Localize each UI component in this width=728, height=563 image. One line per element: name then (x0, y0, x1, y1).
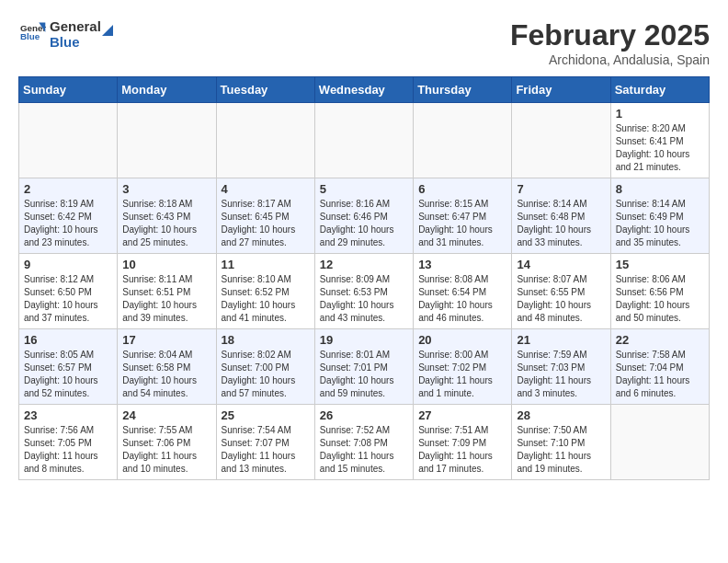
day-info: Sunrise: 7:52 AM Sunset: 7:08 PM Dayligh… (320, 424, 408, 476)
month-title: February 2025 (510, 18, 710, 52)
day-info: Sunrise: 8:00 AM Sunset: 7:02 PM Dayligh… (418, 349, 506, 400)
day-info: Sunrise: 8:14 AM Sunset: 6:49 PM Dayligh… (616, 198, 704, 249)
day-info: Sunrise: 8:15 AM Sunset: 6:47 PM Dayligh… (418, 198, 506, 249)
title-area: February 2025 Archidona, Andalusia, Spai… (510, 18, 710, 67)
day-number: 12 (320, 258, 408, 271)
calendar-day-cell: 7Sunrise: 8:14 AM Sunset: 6:48 PM Daylig… (512, 178, 610, 254)
header: General Blue General Blue February 2025 … (18, 18, 710, 67)
day-info: Sunrise: 7:56 AM Sunset: 7:05 PM Dayligh… (24, 424, 112, 476)
calendar-empty-cell (118, 103, 216, 178)
day-info: Sunrise: 7:50 AM Sunset: 7:10 PM Dayligh… (517, 424, 605, 476)
calendar-week-row: 1Sunrise: 8:20 AM Sunset: 6:41 PM Daylig… (19, 103, 710, 178)
weekday-header: Friday (512, 77, 610, 103)
day-number: 25 (222, 408, 310, 422)
day-info: Sunrise: 8:19 AM Sunset: 6:42 PM Dayligh… (24, 198, 112, 249)
logo-general: General (50, 18, 101, 34)
day-number: 2 (24, 182, 112, 196)
calendar-day-cell: 28Sunrise: 7:50 AM Sunset: 7:10 PM Dayli… (512, 405, 610, 480)
day-number: 23 (24, 408, 112, 422)
day-number: 1 (616, 107, 704, 121)
day-info: Sunrise: 8:02 AM Sunset: 7:00 PM Dayligh… (222, 349, 310, 400)
calendar-day-cell: 3Sunrise: 8:18 AM Sunset: 6:43 PM Daylig… (118, 178, 216, 254)
day-info: Sunrise: 7:55 AM Sunset: 7:06 PM Dayligh… (122, 424, 210, 476)
calendar-empty-cell (414, 103, 512, 178)
calendar-day-cell: 10Sunrise: 8:11 AM Sunset: 6:51 PM Dayli… (118, 254, 216, 329)
day-info: Sunrise: 7:58 AM Sunset: 7:04 PM Dayligh… (616, 349, 704, 400)
calendar-empty-cell (610, 405, 709, 480)
calendar-week-row: 16Sunrise: 8:05 AM Sunset: 6:57 PM Dayli… (19, 329, 710, 405)
day-number: 4 (222, 182, 310, 196)
calendar-day-cell: 20Sunrise: 8:00 AM Sunset: 7:02 PM Dayli… (414, 329, 512, 405)
day-info: Sunrise: 8:08 AM Sunset: 6:54 PM Dayligh… (418, 273, 506, 325)
weekday-header: Thursday (414, 77, 512, 103)
calendar-day-cell: 22Sunrise: 7:58 AM Sunset: 7:04 PM Dayli… (610, 329, 709, 405)
calendar-day-cell: 4Sunrise: 8:17 AM Sunset: 6:45 PM Daylig… (216, 178, 314, 254)
calendar-day-cell: 25Sunrise: 7:54 AM Sunset: 7:07 PM Dayli… (216, 405, 314, 480)
calendar-day-cell: 11Sunrise: 8:10 AM Sunset: 6:52 PM Dayli… (216, 254, 314, 329)
day-info: Sunrise: 8:05 AM Sunset: 6:57 PM Dayligh… (24, 349, 112, 400)
weekday-header: Saturday (610, 77, 709, 103)
day-number: 13 (418, 258, 506, 271)
day-info: Sunrise: 8:01 AM Sunset: 7:01 PM Dayligh… (320, 349, 408, 400)
calendar-day-cell: 5Sunrise: 8:16 AM Sunset: 6:46 PM Daylig… (314, 178, 413, 254)
calendar-week-row: 9Sunrise: 8:12 AM Sunset: 6:50 PM Daylig… (19, 254, 710, 329)
calendar-day-cell: 19Sunrise: 8:01 AM Sunset: 7:01 PM Dayli… (314, 329, 413, 405)
calendar-day-cell: 27Sunrise: 7:51 AM Sunset: 7:09 PM Dayli… (414, 405, 512, 480)
weekday-header: Monday (118, 77, 216, 103)
weekday-header: Sunday (19, 77, 118, 103)
day-info: Sunrise: 8:07 AM Sunset: 6:55 PM Dayligh… (517, 273, 605, 325)
day-number: 18 (222, 333, 310, 347)
day-number: 28 (517, 408, 605, 422)
day-number: 17 (122, 333, 210, 347)
day-info: Sunrise: 8:12 AM Sunset: 6:50 PM Dayligh… (24, 273, 112, 325)
calendar-day-cell: 2Sunrise: 8:19 AM Sunset: 6:42 PM Daylig… (19, 178, 118, 254)
calendar-day-cell: 16Sunrise: 8:05 AM Sunset: 6:57 PM Dayli… (19, 329, 118, 405)
day-number: 21 (517, 333, 605, 347)
day-info: Sunrise: 8:10 AM Sunset: 6:52 PM Dayligh… (222, 273, 310, 325)
day-number: 7 (517, 182, 605, 196)
day-number: 9 (24, 258, 112, 271)
svg-text:Blue: Blue (20, 32, 40, 42)
day-info: Sunrise: 8:18 AM Sunset: 6:43 PM Dayligh… (122, 198, 210, 249)
calendar-day-cell: 21Sunrise: 7:59 AM Sunset: 7:03 PM Dayli… (512, 329, 610, 405)
day-number: 5 (320, 182, 408, 196)
day-info: Sunrise: 8:17 AM Sunset: 6:45 PM Dayligh… (222, 198, 310, 249)
day-info: Sunrise: 8:16 AM Sunset: 6:46 PM Dayligh… (320, 198, 408, 249)
calendar-empty-cell (512, 103, 610, 178)
day-number: 6 (418, 182, 506, 196)
day-info: Sunrise: 7:54 AM Sunset: 7:07 PM Dayligh… (222, 424, 310, 476)
day-info: Sunrise: 8:20 AM Sunset: 6:41 PM Dayligh… (616, 122, 704, 174)
calendar-day-cell: 23Sunrise: 7:56 AM Sunset: 7:05 PM Dayli… (19, 405, 118, 480)
day-info: Sunrise: 8:06 AM Sunset: 6:56 PM Dayligh… (616, 273, 704, 325)
calendar-empty-cell (19, 103, 118, 178)
day-info: Sunrise: 8:11 AM Sunset: 6:51 PM Dayligh… (122, 273, 210, 325)
weekday-header: Wednesday (314, 77, 413, 103)
day-number: 27 (418, 408, 506, 422)
calendar-week-row: 2Sunrise: 8:19 AM Sunset: 6:42 PM Daylig… (19, 178, 710, 254)
day-info: Sunrise: 8:04 AM Sunset: 6:58 PM Dayligh… (122, 349, 210, 400)
weekday-header-row: SundayMondayTuesdayWednesdayThursdayFrid… (19, 77, 710, 103)
day-number: 8 (616, 182, 704, 196)
calendar-day-cell: 1Sunrise: 8:20 AM Sunset: 6:41 PM Daylig… (610, 103, 709, 178)
day-number: 16 (24, 333, 112, 347)
calendar-week-row: 23Sunrise: 7:56 AM Sunset: 7:05 PM Dayli… (19, 405, 710, 480)
day-number: 19 (320, 333, 408, 347)
day-number: 22 (616, 333, 704, 347)
calendar-day-cell: 13Sunrise: 8:08 AM Sunset: 6:54 PM Dayli… (414, 254, 512, 329)
day-number: 14 (517, 258, 605, 271)
weekday-header: Tuesday (216, 77, 314, 103)
calendar-empty-cell (216, 103, 314, 178)
day-number: 11 (222, 258, 310, 271)
calendar-day-cell: 9Sunrise: 8:12 AM Sunset: 6:50 PM Daylig… (19, 254, 118, 329)
calendar-day-cell: 26Sunrise: 7:52 AM Sunset: 7:08 PM Dayli… (314, 405, 413, 480)
day-info: Sunrise: 8:09 AM Sunset: 6:53 PM Dayligh… (320, 273, 408, 325)
calendar-empty-cell (314, 103, 413, 178)
logo-blue: Blue (50, 34, 80, 50)
calendar-day-cell: 15Sunrise: 8:06 AM Sunset: 6:56 PM Dayli… (610, 254, 709, 329)
calendar-day-cell: 18Sunrise: 8:02 AM Sunset: 7:00 PM Dayli… (216, 329, 314, 405)
day-info: Sunrise: 7:59 AM Sunset: 7:03 PM Dayligh… (517, 349, 605, 400)
calendar-day-cell: 8Sunrise: 8:14 AM Sunset: 6:49 PM Daylig… (610, 178, 709, 254)
calendar: SundayMondayTuesdayWednesdayThursdayFrid… (18, 76, 710, 480)
calendar-day-cell: 6Sunrise: 8:15 AM Sunset: 6:47 PM Daylig… (414, 178, 512, 254)
calendar-day-cell: 24Sunrise: 7:55 AM Sunset: 7:06 PM Dayli… (118, 405, 216, 480)
